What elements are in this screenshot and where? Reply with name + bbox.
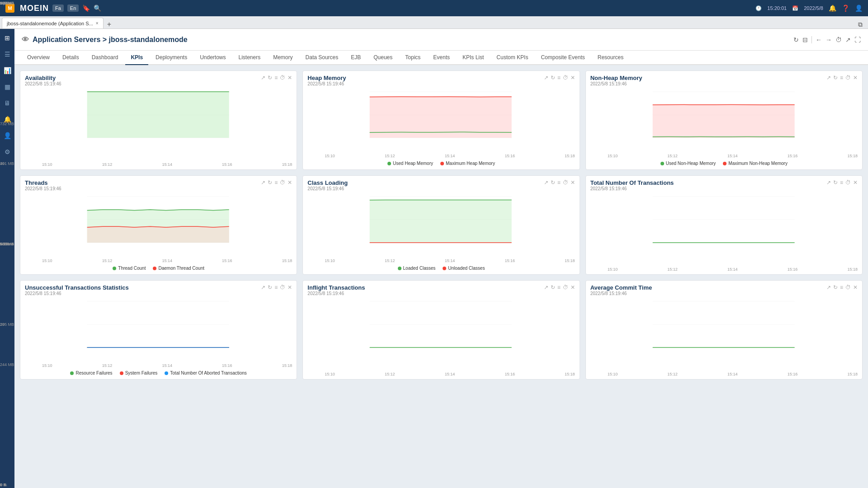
bookmark-icon[interactable]: 🔖 bbox=[82, 5, 90, 12]
kpi-date-availability: 2022/5/8 15:19:46 bbox=[25, 81, 61, 86]
bell-icon[interactable]: 🔔 bbox=[829, 5, 836, 12]
kpi-close-icon-class-loading[interactable]: ✕ bbox=[571, 179, 575, 186]
kpi-body-total-transactions: 1.00e-35.00e-4015:1015:1215:1415:1615:18 bbox=[586, 193, 862, 274]
kpi-actions-availability: ↗↻≡⏱✕ bbox=[261, 75, 292, 81]
chart-unsuccessful-transactions bbox=[25, 300, 292, 349]
kpi-refresh-icon-class-loading[interactable]: ↻ bbox=[551, 179, 555, 186]
tab-dashboard[interactable]: Dashboard bbox=[86, 51, 124, 65]
kpi-expand-icon-avg-commit-time[interactable]: ↗ bbox=[826, 284, 831, 291]
kpi-body-avg-commit-time: 1 µs500 ns0 s15:1015:1215:1415:1615:18 bbox=[586, 298, 862, 379]
kpi-refresh-icon-availability[interactable]: ↻ bbox=[268, 75, 272, 81]
tab-overview[interactable]: Overview bbox=[22, 51, 55, 65]
kpi-menu-icon-class-loading[interactable]: ≡ bbox=[557, 179, 561, 186]
kpi-expand-icon-availability[interactable]: ↗ bbox=[261, 75, 265, 81]
kpi-expand-icon-unsuccessful-transactions[interactable]: ↗ bbox=[261, 284, 265, 291]
kpi-history-icon-class-loading[interactable]: ⏱ bbox=[563, 179, 568, 186]
kpi-card-class-loading: Class Loading2022/5/8 15:19:46↗↻≡⏱✕20 K1… bbox=[302, 175, 580, 275]
forward-button[interactable]: → bbox=[826, 36, 832, 43]
tab-compositeevents[interactable]: Composite Events bbox=[535, 51, 590, 65]
current-time: 15:20:01 bbox=[767, 5, 787, 11]
new-tab-button[interactable]: + bbox=[104, 20, 115, 28]
search-icon[interactable]: 🔍 bbox=[94, 5, 101, 12]
kpi-title-avg-commit-time: Average Commit Time bbox=[590, 284, 652, 291]
kpi-refresh-icon-non-heap-memory[interactable]: ↻ bbox=[833, 75, 838, 81]
kpi-close-icon-avg-commit-time[interactable]: ✕ bbox=[853, 284, 858, 291]
kpi-card-header-non-heap-memory: Non-Heap Memory2022/5/8 15:19:46↗↻≡⏱✕ bbox=[586, 71, 862, 88]
tab-close-button[interactable]: × bbox=[96, 21, 99, 26]
tab-deployments[interactable]: Deployments bbox=[150, 51, 193, 65]
kpi-menu-icon-non-heap-memory[interactable]: ≡ bbox=[840, 75, 843, 81]
kpi-menu-icon-total-transactions[interactable]: ≡ bbox=[840, 179, 843, 186]
kpi-refresh-icon-total-transactions[interactable]: ↻ bbox=[833, 179, 838, 186]
tab-queues[interactable]: Queues bbox=[368, 51, 398, 65]
kpi-close-icon-heap-memory[interactable]: ✕ bbox=[571, 75, 575, 81]
kpi-card-unsuccessful-transactions: Unsuccessful Transactions Statistics2022… bbox=[20, 280, 297, 380]
kpi-card-header-total-transactions: Total Number Of Transactions2022/5/8 15:… bbox=[586, 176, 862, 193]
current-date: 2022/5/8 bbox=[804, 5, 823, 11]
tab-topics[interactable]: Topics bbox=[400, 51, 426, 65]
kpi-body-heap-memory: 586 MB391 MB195 MB0 B15:1015:1215:1415:1… bbox=[303, 88, 579, 169]
tab-memory[interactable]: Memory bbox=[268, 51, 298, 65]
kpi-history-icon-heap-memory[interactable]: ⏱ bbox=[563, 75, 568, 81]
kpi-history-icon-unsuccessful-transactions[interactable]: ⏱ bbox=[280, 284, 285, 291]
kpi-history-icon-avg-commit-time[interactable]: ⏱ bbox=[845, 284, 851, 291]
fullscreen-button[interactable]: ⛶ bbox=[854, 36, 861, 43]
kpi-refresh-icon-threads[interactable]: ↻ bbox=[268, 179, 272, 186]
kpi-history-icon-threads[interactable]: ⏱ bbox=[280, 179, 285, 186]
tab-resources[interactable]: Resources bbox=[592, 51, 629, 65]
tab-ejb[interactable]: EJB bbox=[345, 51, 366, 65]
help-icon[interactable]: ❓ bbox=[842, 5, 849, 12]
kpi-title-unsuccessful-transactions: Unsuccessful Transactions Statistics bbox=[25, 284, 129, 291]
share-button[interactable]: ↗ bbox=[845, 36, 851, 43]
user-icon[interactable]: 👤 bbox=[855, 5, 863, 12]
kpi-actions-class-loading: ↗↻≡⏱✕ bbox=[544, 179, 575, 186]
lang-fa-button[interactable]: Fa bbox=[52, 5, 64, 12]
history-button[interactable]: ⏱ bbox=[835, 36, 842, 43]
kpi-close-icon-inflight-transactions[interactable]: ✕ bbox=[571, 284, 575, 291]
legend-label: Total Number Of Aborted Transactions bbox=[170, 371, 247, 375]
kpi-expand-icon-inflight-transactions[interactable]: ↗ bbox=[544, 284, 548, 291]
kpi-close-icon-availability[interactable]: ✕ bbox=[288, 75, 292, 81]
kpi-expand-icon-total-transactions[interactable]: ↗ bbox=[826, 179, 831, 186]
kpi-history-icon-non-heap-memory[interactable]: ⏱ bbox=[845, 75, 851, 81]
kpi-menu-icon-heap-memory[interactable]: ≡ bbox=[557, 75, 561, 81]
tab-events[interactable]: Events bbox=[428, 51, 455, 65]
back-button[interactable]: ← bbox=[816, 36, 822, 43]
kpi-refresh-icon-inflight-transactions[interactable]: ↻ bbox=[551, 284, 555, 291]
kpi-menu-icon-avg-commit-time[interactable]: ≡ bbox=[840, 284, 843, 291]
legend-label: Thread Count bbox=[118, 266, 146, 271]
tab-kpislist[interactable]: KPIs List bbox=[457, 51, 489, 65]
legend-label: Maximum Heap Memory bbox=[446, 161, 495, 166]
nav-tabs: Overview Details Dashboard KPIs Deployme… bbox=[14, 51, 868, 65]
kpi-close-icon-total-transactions[interactable]: ✕ bbox=[853, 179, 858, 186]
tab-undertows[interactable]: Undertows bbox=[194, 51, 231, 65]
kpi-expand-icon-class-loading[interactable]: ↗ bbox=[544, 179, 548, 186]
kpi-refresh-icon-avg-commit-time[interactable]: ↻ bbox=[833, 284, 838, 291]
refresh-icon[interactable]: ↻ bbox=[793, 36, 799, 43]
window-restore-button[interactable]: ⧉ bbox=[854, 21, 866, 28]
kpi-menu-icon-threads[interactable]: ≡ bbox=[274, 179, 278, 186]
kpi-refresh-icon-heap-memory[interactable]: ↻ bbox=[551, 75, 555, 81]
tab-datasources[interactable]: Data Sources bbox=[300, 51, 344, 65]
kpi-menu-icon-unsuccessful-transactions[interactable]: ≡ bbox=[274, 284, 278, 291]
kpi-history-icon-availability[interactable]: ⏱ bbox=[280, 75, 285, 81]
lang-en-button[interactable]: En bbox=[67, 5, 79, 12]
kpi-close-icon-unsuccessful-transactions[interactable]: ✕ bbox=[288, 284, 292, 291]
tab-listeners[interactable]: Listeners bbox=[233, 51, 266, 65]
kpi-expand-icon-non-heap-memory[interactable]: ↗ bbox=[826, 75, 831, 81]
kpi-history-icon-total-transactions[interactable]: ⏱ bbox=[845, 179, 851, 186]
kpi-history-icon-inflight-transactions[interactable]: ⏱ bbox=[563, 284, 568, 291]
tab-customkpis[interactable]: Custom KPIs bbox=[491, 51, 533, 65]
kpi-expand-icon-threads[interactable]: ↗ bbox=[261, 179, 265, 186]
kpi-refresh-icon-unsuccessful-transactions[interactable]: ↻ bbox=[268, 284, 272, 291]
columns-icon[interactable]: ⊟ bbox=[802, 36, 808, 43]
kpi-expand-icon-heap-memory[interactable]: ↗ bbox=[544, 75, 548, 81]
kpi-close-icon-non-heap-memory[interactable]: ✕ bbox=[853, 75, 858, 81]
main-content: 👁 Application Servers > jboss-standalone… bbox=[14, 29, 868, 488]
kpi-close-icon-threads[interactable]: ✕ bbox=[288, 179, 292, 186]
kpi-menu-icon-inflight-transactions[interactable]: ≡ bbox=[557, 284, 561, 291]
tab-kpis[interactable]: KPIs bbox=[125, 51, 148, 65]
legend-label: Resource Failures bbox=[75, 371, 112, 375]
tab-details[interactable]: Details bbox=[57, 51, 85, 65]
kpi-menu-icon-availability[interactable]: ≡ bbox=[274, 75, 278, 81]
